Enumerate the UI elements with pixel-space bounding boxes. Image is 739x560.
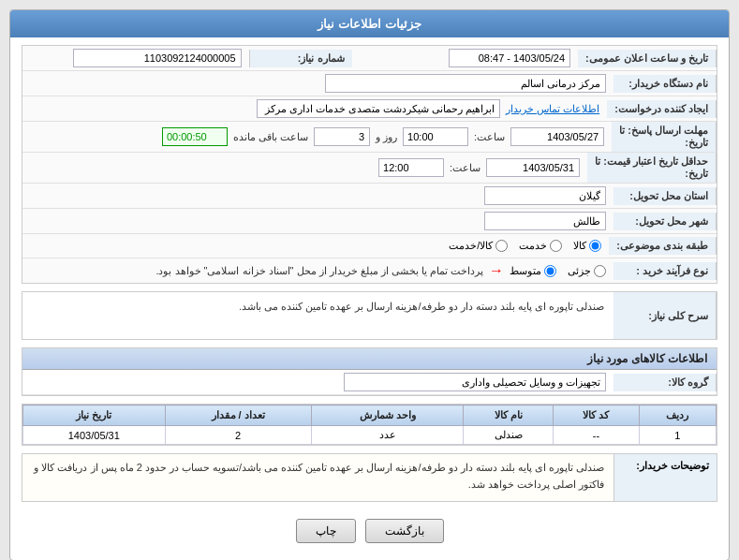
cell-radif: 1 [639,426,716,445]
input-group[interactable] [344,373,606,391]
radio-kala-input[interactable] [589,240,601,252]
remarks-content: صندلی تاپوره ای پایه بلند دسته دار دو طر… [22,454,613,501]
col-vahed: واحد شمارش [311,405,464,426]
input-haddakl-date[interactable] [486,158,580,177]
label-ijad: ایجاد کننده درخواست: [607,100,717,118]
group-row: گروه کالا: [22,370,717,395]
input-tarikh[interactable] [449,49,570,67]
input-ijad[interactable] [257,99,500,118]
radio-group-tabaqe: کالا خدمت کالا/خدمت [449,240,601,252]
cell-name: صندلی [464,426,554,445]
row-shahr: شهر محل تحویل: [22,209,717,234]
radio-jozi[interactable]: جزئی [568,265,606,277]
col-kod: کد کالا [554,405,639,426]
red-arrow-icon: → [489,262,504,279]
cell-kod: -- [554,426,639,445]
label-shahr: شهر محل تحویل: [613,213,717,230]
radio-kala-khedmat[interactable]: کالا/خدمت [449,240,508,252]
value-shmare [22,46,249,70]
label-dastgah: نام دستگاه خریدار: [613,75,717,93]
label-ostan: استان محل تحویل: [613,187,717,205]
row-mohlat: مهلت ارسال پاسخ: تاتاریخ: ساعت: روز و سا… [22,122,717,153]
group-value [22,370,613,394]
label-mohlat: مهلت ارسال پاسخ: تاتاریخ: [612,122,717,152]
value-tabaqe: کالا خدمت کالا/خدمت [22,237,609,255]
page-header: جزئیات اطلاعات نیاز [10,10,729,37]
value-tarikh [352,46,579,70]
row-haddakl: حداقل تاریخ اعتبار قیمت: تاتاریخ: ساعت: [22,153,717,184]
value-ijad: اطلاعات تماس خریدار [22,96,607,121]
input-mohlat-remaining[interactable] [162,127,228,146]
input-mohlat-time[interactable] [403,127,468,146]
radio-khedmat-input[interactable] [550,240,562,252]
label-shmare: شماره نیاز: [249,50,352,67]
radio-motovaset[interactable]: متوسط [510,265,556,277]
value-shahr [22,209,613,233]
remarks-row: توضیحات خریدار: صندلی تاپوره ای پایه بلن… [22,454,717,501]
info-section-header: اطلاعات کالاهای مورد نیاز [22,348,717,370]
group-label: گروه کالا: [613,374,717,391]
row-ijad: ایجاد کننده درخواست: اطلاعات تماس خریدار [22,96,717,122]
nota-text: پرداخت تمام یا بخشی از مبلغ خریدار از مح… [155,265,483,277]
value-ostan [22,184,613,208]
label-noye-farayand: نوع فرآیند خرید : [613,262,717,280]
radio-kala-khedmat-input[interactable] [495,240,508,252]
label-tarikh: تاریخ و ساعت اعلان عمومی: [578,50,717,67]
value-dastgah [22,71,613,96]
value-mohlat: ساعت: روز و ساعت باقی مانده [22,125,612,149]
value-haddakl: ساعت: [22,155,587,180]
srh-text: صندلی تاپوره ای پایه بلند دسته دار دو طر… [22,292,613,321]
page-container: جزئیات اطلاعات نیاز تاریخ و ساعت اعلان ع… [9,9,730,560]
main-info-form: تاریخ و ساعت اعلان عمومی: شماره نیاز: نا… [22,45,717,284]
input-shahr[interactable] [484,212,606,230]
row-tabaqe: طبقه بندی موضوعی: کالا خدمت [22,234,717,258]
table-section: ردیف کد کالا نام کالا واحد شمارش تعداد /… [22,404,717,446]
input-dastgah[interactable] [325,74,606,93]
label-haddakl: حداقل تاریخ اعتبار قیمت: تاتاریخ: [587,153,717,183]
cell-tarikh: 1403/05/31 [23,426,166,445]
table-row: 1 -- صندلی عدد 2 1403/05/31 [23,426,717,445]
value-noye-farayand: جزئی متوسط → پرداخت تمام یا بخشی از مبلغ… [22,259,613,282]
radio-jozi-input[interactable] [594,265,606,277]
row-dastgah: نام دستگاه خریدار: [22,71,717,96]
footer-buttons: بازگشت چاپ [22,509,717,553]
link-tamase-khardar[interactable]: اطلاعات تماس خریدار [506,103,599,115]
col-radif: ردیف [639,405,716,426]
col-tarikh: تاریخ نیاز [23,405,166,426]
input-ostan[interactable] [484,186,606,205]
srh-section: سرح کلی نیاز: صندلی تاپوره ای پایه بلند … [22,291,717,340]
label-tabaqe: طبقه بندی موضوعی: [609,237,717,255]
row-ostan: استان محل تحویل: [22,184,717,209]
radio-kala[interactable]: کالا [573,240,601,252]
input-mohlat-days[interactable] [314,127,370,146]
remarks-section: توضیحات خریدار: صندلی تاپوره ای پایه بلن… [22,453,717,502]
data-table: ردیف کد کالا نام کالا واحد شمارش تعداد /… [22,405,717,445]
print-button[interactable]: چاپ [296,519,356,543]
input-mohlat-date[interactable] [510,127,604,146]
info-section: اطلاعات کالاهای مورد نیاز گروه کالا: [22,347,717,396]
page-title: جزئیات اطلاعات نیاز [318,17,421,31]
radio-group-farayand: جزئی متوسط [510,265,606,277]
cell-tedad: 2 [165,426,311,445]
input-haddakl-time[interactable] [378,158,444,177]
col-name: نام کالا [464,405,554,426]
srh-label: سرح کلی نیاز: [613,292,717,339]
row-noye-farayand: نوع فرآیند خرید : جزئی متوسط → [22,258,717,283]
radio-motovaset-input[interactable] [544,265,556,277]
content-area: تاریخ و ساعت اعلان عمومی: شماره نیاز: نا… [10,37,729,560]
remarks-label: توضیحات خریدار: [613,454,717,501]
col-tedad: تعداد / مقدار [165,405,311,426]
cell-vahed: عدد [311,426,464,445]
radio-khedmat[interactable]: خدمت [519,240,562,252]
back-button[interactable]: بازگشت [365,519,444,543]
row-shmsh-tarikh: تاریخ و ساعت اعلان عمومی: شماره نیاز: [22,46,717,71]
input-shmare[interactable] [73,49,242,67]
